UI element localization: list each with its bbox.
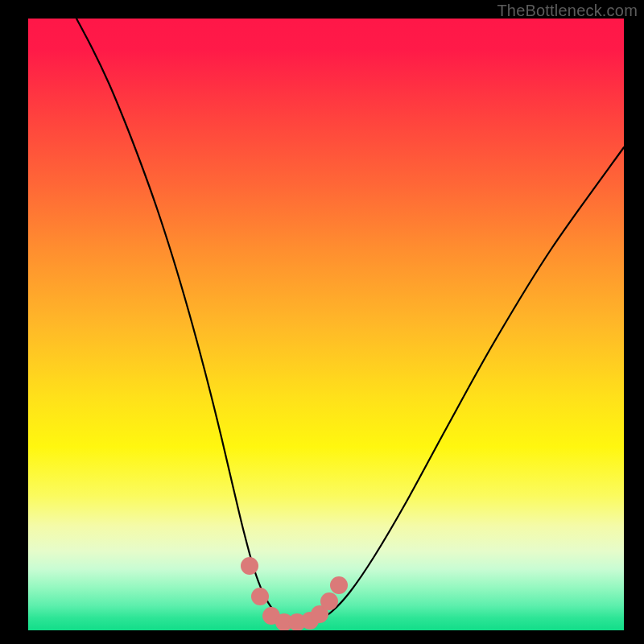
bottleneck-curve (76, 19, 624, 625)
chart-svg (28, 19, 624, 630)
marker-point (251, 588, 269, 605)
marker-point (330, 576, 348, 594)
plot-area (28, 19, 624, 630)
chart-frame: TheBottleneck.com (0, 0, 644, 644)
marker-point (241, 557, 258, 575)
watermark: TheBottleneck.com (497, 2, 638, 20)
bottleneck-markers (241, 557, 348, 630)
marker-point (320, 592, 338, 610)
